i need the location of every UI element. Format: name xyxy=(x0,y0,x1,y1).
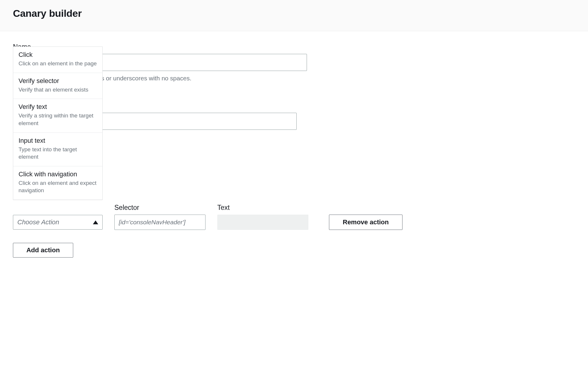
action-column-headers: Selector Text xyxy=(13,204,457,212)
dropdown-option-title: Click with navigation xyxy=(19,170,97,178)
dropdown-option-title: Click xyxy=(19,51,97,59)
form-canvas: Name ercase letters, numbers, hyphens or… xyxy=(0,31,470,269)
action-select-placeholder: Choose Action xyxy=(17,218,59,226)
action-dropdown: Click Click on an element in the page Ve… xyxy=(13,47,103,200)
dropdown-option-desc: Click on an element and expect navigatio… xyxy=(19,179,97,194)
dropdown-option-desc: Click on an element in the page xyxy=(19,60,97,67)
dropdown-option-title: Verify selector xyxy=(19,77,97,85)
add-action-button[interactable]: Add action xyxy=(13,243,73,258)
dropdown-option-click-navigation[interactable]: Click with navigation Click on an elemen… xyxy=(13,166,102,200)
page-header: Canary builder xyxy=(0,0,588,31)
dropdown-option-desc: Verify that an element exists xyxy=(19,86,97,94)
caret-up-icon xyxy=(93,220,98,224)
dropdown-option-input-text[interactable]: Input text Type text into the target ele… xyxy=(13,133,102,166)
dropdown-option-verify-selector[interactable]: Verify selector Verify that an element e… xyxy=(13,73,102,99)
selector-column-label: Selector xyxy=(114,204,206,212)
action-row: Choose Action Remove action xyxy=(13,215,457,230)
selector-input[interactable] xyxy=(114,215,206,230)
text-input-disabled xyxy=(217,215,308,230)
dropdown-option-title: Verify text xyxy=(19,103,97,111)
text-column-label: Text xyxy=(217,204,308,212)
page-title: Canary builder xyxy=(13,8,575,19)
dropdown-option-click[interactable]: Click Click on an element in the page xyxy=(13,47,102,73)
dropdown-option-desc: Type text into the target element xyxy=(19,146,97,161)
action-select-trigger[interactable]: Choose Action xyxy=(13,215,103,230)
dropdown-option-title: Input text xyxy=(19,137,97,145)
dropdown-option-desc: Verify a string within the target elemen… xyxy=(19,112,97,127)
remove-action-button[interactable]: Remove action xyxy=(329,215,402,230)
dropdown-option-verify-text[interactable]: Verify text Verify a string within the t… xyxy=(13,99,102,132)
